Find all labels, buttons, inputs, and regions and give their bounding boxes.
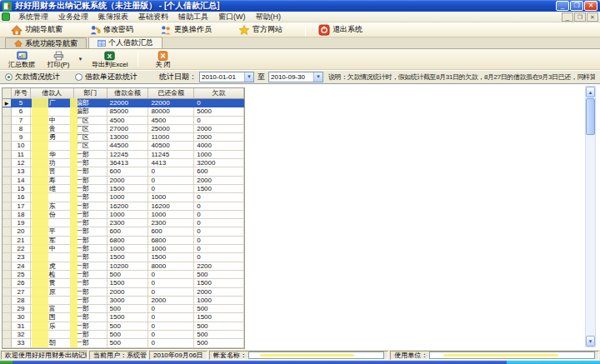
cell-department: 一部 [74, 151, 108, 159]
row-selector [2, 159, 12, 167]
row-selector [2, 339, 12, 347]
scroll-up-icon[interactable]: ▲ [586, 87, 595, 97]
date-from-select[interactable]: 2010-01-01 ▼ [199, 72, 254, 82]
row-selector [2, 288, 12, 297]
cell-owed-amount: 500 [194, 305, 244, 313]
cell-repaid-amount: 0 [148, 271, 194, 279]
status-bar: 欢迎使用好好用财务出纳记账系统 当前用户：系统管理员 2010年09月06日 帐… [0, 350, 600, 361]
row-selector [2, 245, 12, 253]
cell-repaid-amount: 6800 [148, 237, 194, 245]
filter-bar: 欠款情况统计 借款单还款统计 统计日期： 2010-01-01 ▼ 至 2010… [0, 70, 600, 83]
cell-borrowed-amount: 500 [108, 322, 149, 331]
report-toolbar-button[interactable]: 关 闭 [145, 49, 182, 69]
row-selector [2, 271, 12, 279]
cell-borrowed-amount: 1000 [108, 245, 149, 253]
cell-owed-amount: 500 [194, 322, 244, 331]
cell-borrowed-amount: 1000 [108, 211, 149, 219]
cell-department: 一部 [74, 245, 108, 253]
excel-icon: X [104, 51, 115, 61]
cell-owed-amount: 0 [194, 117, 244, 125]
report-toolbar-button[interactable]: X导出到Excel [89, 49, 131, 69]
row-selector [2, 279, 12, 287]
vertical-scrollbar[interactable]: ▲ ▼ [585, 86, 596, 347]
column-header[interactable]: 部门 [74, 88, 108, 99]
row-selector [2, 193, 12, 202]
cell-borrowed-amount: 1500 [108, 185, 149, 193]
cell-repaid-amount: 0 [148, 313, 194, 322]
tab-system-navigator[interactable]: 系统功能导航窗 [5, 37, 87, 48]
cell-seq: 21 [12, 237, 31, 245]
cell-owed-amount: 0 [194, 219, 244, 227]
child-window-icon [2, 12, 10, 21]
cell-seq: 33 [12, 339, 31, 347]
scroll-down-icon[interactable]: ▼ [586, 336, 595, 347]
cell-seq: 17 [12, 202, 31, 211]
cell-borrowed-amount: 16200 [108, 202, 149, 211]
toolbar-button[interactable]: 退出系统 [314, 23, 367, 37]
cell-borrowed-amount: 27000 [108, 125, 149, 133]
debt-stat-label[interactable]: 欠款情况统计 [15, 72, 60, 82]
restore-button[interactable]: ❐ [570, 1, 583, 11]
cell-repaid-amount: 22000 [148, 99, 194, 107]
cell-owed-amount: 2000 [194, 125, 244, 133]
toolbar-button[interactable]: 官方网站 [234, 23, 287, 37]
cell-borrowed-amount: 13000 [108, 133, 149, 142]
toolbar-button[interactable]: 功能导航窗 [7, 23, 67, 37]
toolbar-button-label: 官方网站 [252, 24, 282, 35]
menu-item[interactable]: 业务处理 [53, 12, 93, 21]
status-company-unit: 使用单位： [390, 351, 599, 360]
start-button-fragment[interactable] [0, 361, 12, 364]
mdi-minimize-button[interactable]: _ [562, 12, 573, 22]
debt-stat-radio[interactable] [5, 73, 12, 81]
row-selector [2, 125, 12, 133]
cell-department: 一部 [74, 279, 108, 287]
tab-label: 系统功能导航窗 [25, 38, 78, 49]
column-header[interactable]: 借款金额 [108, 88, 149, 99]
users-icon [160, 24, 172, 36]
cell-seq: 32 [12, 331, 31, 339]
scrollbar-thumb[interactable] [586, 98, 595, 135]
toolbar-button[interactable]: 修改密码 [85, 23, 138, 37]
menu-item[interactable]: 账簿报表 [93, 12, 133, 21]
cell-borrowed-amount: 2000 [108, 177, 149, 185]
mdi-close-button[interactable]: ✕ [587, 12, 598, 22]
date-to-select[interactable]: 2010-09-30 ▼ [268, 72, 323, 82]
minimize-button[interactable]: _ [556, 1, 569, 11]
cell-department: 一部 [74, 211, 108, 219]
tab-personal-loan-summary[interactable]: 个人借款汇总 [88, 37, 162, 48]
toolbar-button-label: 更换操作员 [174, 24, 212, 35]
toolbar-button[interactable]: 更换操作员 [156, 23, 216, 37]
home-icon [11, 24, 22, 36]
cell-repaid-amount: 0 [148, 279, 194, 287]
chevron-down-icon[interactable]: ▼ [313, 72, 322, 82]
chevron-down-icon[interactable]: ▼ [244, 72, 253, 82]
toolbar-separator [138, 52, 138, 67]
report-toolbar-button[interactable]: 汇总数据 [3, 49, 40, 69]
status-welcome: 欢迎使用好好用财务出纳记账系统 [1, 351, 88, 360]
column-header[interactable]: 序号 [12, 88, 31, 99]
cell-seq: 12 [12, 159, 31, 167]
cell-repaid-amount: 0 [148, 339, 194, 347]
column-header[interactable]: 欠款 [194, 88, 244, 99]
report-toolbar-button[interactable]: 打印(P) [40, 49, 77, 69]
cell-owed-amount: 1500 [194, 185, 244, 193]
cell-seq: 11 [12, 151, 31, 159]
close-button[interactable]: ✕ [584, 1, 598, 11]
menu-item[interactable]: 系统管理 [13, 12, 53, 21]
menu-item[interactable]: 窗口(W) [213, 12, 251, 21]
menu-item[interactable]: 帮助(H) [251, 12, 287, 21]
column-header[interactable]: 已还金额 [148, 88, 194, 99]
menu-item[interactable]: 辅助工具 [173, 12, 213, 21]
print-dropdown-icon[interactable]: ▼ [77, 52, 84, 67]
row-selector [2, 219, 12, 227]
repay-stat-radio[interactable] [75, 73, 82, 81]
mdi-restore-button[interactable]: ❐ [574, 12, 586, 22]
menu-item[interactable]: 基础资料 [133, 12, 173, 21]
cell-owed-amount: 500 [194, 331, 244, 339]
repay-stat-label[interactable]: 借款单还款统计 [85, 72, 138, 82]
cell-department: 一部 [74, 177, 108, 185]
cell-borrowed-amount: 12245 [108, 151, 149, 159]
cell-repaid-amount: 2300 [148, 219, 194, 227]
book-name-field [248, 352, 384, 359]
row-selector [2, 227, 12, 236]
